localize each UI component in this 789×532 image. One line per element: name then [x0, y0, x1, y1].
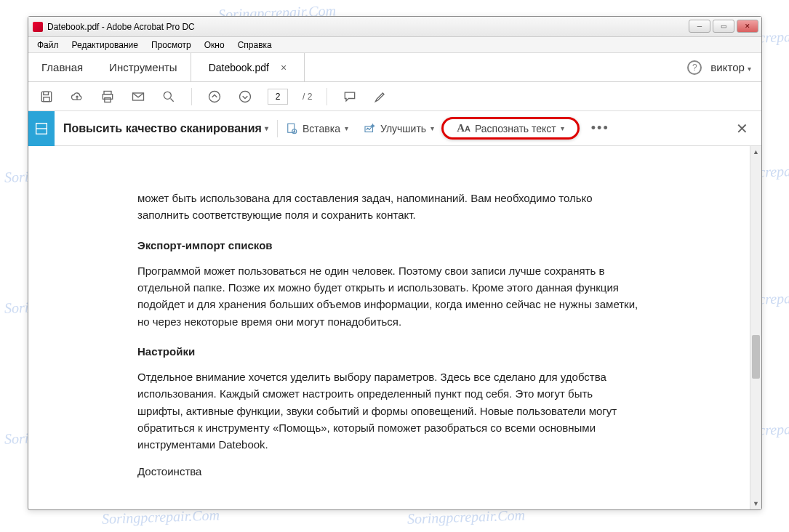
recognize-text-button[interactable]: AA Распознать текст▾ [449, 122, 572, 134]
scan-toolbar: Повысить качество сканирования▾ Вставка▾… [28, 111, 761, 146]
save-icon[interactable] [39, 89, 55, 105]
menu-view[interactable]: Просмотр [145, 39, 197, 52]
insert-page-icon [285, 122, 298, 135]
scroll-up-icon[interactable]: ▲ [750, 146, 761, 158]
page-up-icon[interactable] [207, 89, 223, 105]
page-number-input[interactable] [268, 89, 288, 105]
svg-point-9 [240, 91, 251, 102]
menu-edit[interactable]: Редактирование [66, 39, 144, 52]
menu-help[interactable]: Справка [232, 39, 278, 52]
app-window: Datebook.pdf - Adobe Acrobat Pro DC ─ ▭ … [28, 16, 762, 510]
help-icon[interactable]: ? [687, 60, 702, 75]
doc-paragraph: Отдельное внимание хочется уделить выбор… [137, 368, 641, 453]
enhance-icon [363, 122, 376, 135]
doc-heading: Достоинства [137, 463, 641, 480]
doc-paragraph: может быть использована для составления … [137, 190, 641, 224]
comment-icon[interactable] [342, 89, 358, 105]
acrobat-icon [33, 22, 43, 32]
enhance-button[interactable]: Улучшить▾ [356, 122, 441, 135]
more-button[interactable]: ••• [580, 121, 621, 136]
titlebar[interactable]: Datebook.pdf - Adobe Acrobat Pro DC [28, 17, 761, 37]
scan-tool-icon[interactable] [28, 111, 55, 146]
vertical-scrollbar[interactable]: ▲ ▼ [750, 146, 761, 509]
cloud-icon[interactable] [69, 89, 85, 105]
page-total: / 2 [303, 92, 312, 102]
svg-rect-1 [44, 92, 49, 94]
tab-home[interactable]: Главная [28, 53, 96, 81]
tab-close-icon[interactable]: × [281, 62, 287, 73]
close-panel-button[interactable]: ✕ [733, 120, 751, 137]
user-menu[interactable]: виктор ▾ [710, 61, 751, 73]
maximize-button[interactable]: ▭ [713, 20, 734, 33]
window-title: Datebook.pdf - Adobe Acrobat Pro DC [47, 22, 195, 32]
mail-icon[interactable] [130, 89, 146, 105]
highlight-icon[interactable] [372, 89, 388, 105]
text-aa-icon: AA [457, 122, 470, 134]
page-down-icon[interactable] [237, 89, 253, 105]
separator [327, 88, 327, 105]
main-toolbar: / 2 [28, 82, 761, 111]
svg-point-7 [164, 92, 171, 99]
insert-button[interactable]: Вставка▾ [278, 122, 356, 135]
menubar: Файл Редактирование Просмотр Окно Справк… [28, 37, 761, 53]
svg-point-8 [209, 91, 220, 102]
minimize-button[interactable]: ─ [689, 20, 710, 33]
tabbar: Главная Инструменты Datebook.pdf × ? вик… [28, 53, 761, 82]
recognize-highlight: AA Распознать текст▾ [441, 117, 580, 140]
doc-paragraph: Программой может пользоваться не один че… [137, 262, 641, 330]
user-area: ? виктор ▾ [677, 53, 761, 81]
tab-document-label: Datebook.pdf [209, 62, 269, 73]
search-icon[interactable] [161, 89, 177, 105]
document-view[interactable]: может быть использована для составления … [28, 146, 750, 509]
separator [191, 88, 192, 105]
content-area: может быть использована для составления … [28, 146, 761, 509]
svg-rect-5 [105, 97, 111, 102]
quality-dropdown[interactable]: Повысить качество сканирования▾ [55, 122, 277, 135]
svg-rect-2 [44, 97, 49, 101]
doc-heading: Настройки [137, 343, 641, 360]
doc-heading: Экспорт-импорт списков [137, 237, 641, 254]
scroll-down-icon[interactable]: ▼ [750, 498, 761, 509]
scroll-thumb[interactable] [752, 335, 760, 379]
close-button[interactable]: ✕ [737, 20, 758, 33]
tab-tools[interactable]: Инструменты [96, 53, 191, 81]
menu-window[interactable]: Окно [199, 39, 231, 52]
window-controls: ─ ▭ ✕ [689, 20, 758, 33]
tab-document[interactable]: Datebook.pdf × [191, 53, 305, 81]
print-icon[interactable] [100, 89, 116, 105]
menu-file[interactable]: Файл [31, 39, 65, 52]
